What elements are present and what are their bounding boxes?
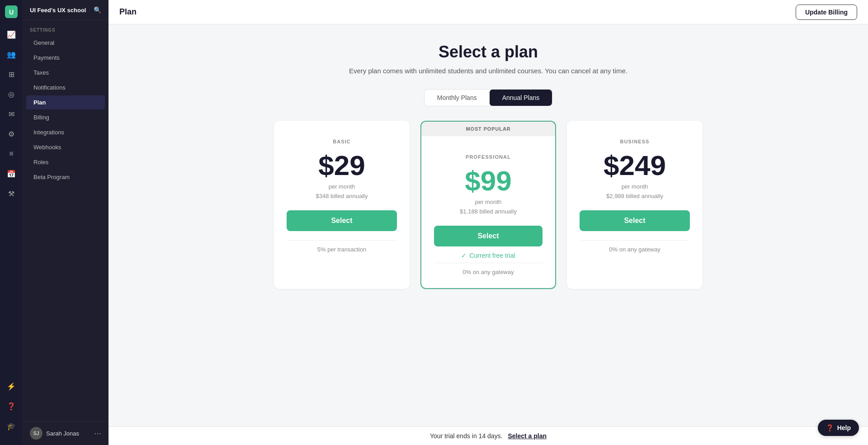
mail-icon[interactable]: ✉ [3,106,19,122]
professional-plan-card: PROFESSIONAL $99 per month $1,188 billed… [420,136,556,289]
bottom-trial-banner: Your trial ends in 14 days. Select a pla… [108,426,868,445]
icon-strip: U 📈 👥 ⊞ ◎ ✉ ⚙ ≡ 📅 ⚒ ⚡ ❓ 🎓 [0,0,23,445]
sidebar-item-label: Roles [33,159,48,166]
sidebar-item-billing[interactable]: Billing [26,110,105,124]
dashboard-icon[interactable]: ⊞ [3,66,19,82]
update-billing-button[interactable]: Update Billing [796,5,857,20]
users-icon[interactable]: 👥 [3,46,19,62]
current-trial-badge: ✓ Current free trial [434,252,542,259]
sidebar-item-roles[interactable]: Roles [26,155,105,169]
toggle-container: Monthly Plans Annual Plans [424,89,552,106]
annual-plans-tab[interactable]: Annual Plans [490,90,552,106]
business-select-button[interactable]: Select [580,210,690,231]
checkmark-icon: ✓ [461,252,467,259]
sidebar-item-label: Integrations [33,129,64,136]
sidebar-item-taxes[interactable]: Taxes [26,66,105,80]
plan-toggle: Monthly Plans Annual Plans [119,89,857,106]
sidebar-item-beta-program[interactable]: Beta Program [26,170,105,184]
calendar-icon[interactable]: 📅 [3,166,19,182]
trial-banner-text: Your trial ends in 14 days. [430,432,503,440]
sidebar-item-general[interactable]: General [26,36,105,50]
professional-fee: 0% on any gateway [434,263,542,275]
help-label: Help [837,424,851,431]
graduation-icon[interactable]: 🎓 [3,418,19,434]
sidebar-item-label: Billing [33,114,49,121]
sidebar-item-label: Beta Program [33,174,70,180]
plan-main-title: Select a plan [119,43,857,62]
question-icon[interactable]: ❓ [3,398,19,414]
sidebar-item-plan[interactable]: Plan [26,95,105,109]
sidebar-item-notifications[interactable]: Notifications [26,80,105,95]
app-logo: U [3,5,19,19]
professional-select-button[interactable]: Select [434,226,542,246]
more-icon[interactable]: ⋯ [94,429,101,438]
business-billed: $2,988 billed annually [580,193,690,199]
basic-per-month: per month [287,183,397,190]
settings-icon[interactable]: ⚙ [3,126,19,142]
analytics-icon[interactable]: 📈 [3,26,19,43]
plan-subtitle: Every plan comes with unlimited students… [119,67,857,75]
help-button[interactable]: ❓ Help [818,420,859,436]
sidebar-item-label: Payments [33,54,60,61]
user-name: Sarah Jonas [46,430,90,437]
basic-billed: $348 billed annually [287,193,397,199]
tools-icon[interactable]: ⚒ [3,185,19,202]
app-title: UI Feed's UX school [30,7,86,14]
search-icon[interactable]: 🔍 [94,6,101,14]
sidebar-footer: SJ Sarah Jonas ⋯ [23,421,108,445]
most-popular-badge: MOST POPULAR [420,121,556,136]
sidebar-item-label: General [33,39,54,46]
page-header: Plan Update Billing [108,0,868,24]
icon-strip-bottom: ⚡ ❓ 🎓 [3,378,19,440]
business-plan-name: BUSINESS [580,139,690,144]
sidebar-header: UI Feed's UX school 🔍 [23,0,108,20]
sidebar-item-webhooks[interactable]: Webhooks [26,140,105,154]
professional-per-month: per month [434,199,542,205]
sidebar-item-integrations[interactable]: Integrations [26,125,105,139]
pricing-cards: BASIC $29 per month $348 billed annually… [240,121,737,289]
page-title: Plan [119,7,137,17]
revenue-icon[interactable]: ◎ [3,86,19,102]
sidebar-item-payments[interactable]: Payments [26,51,105,65]
sidebar-item-label: Webhooks [33,144,61,151]
sidebar-item-label: Notifications [33,84,66,91]
plan-header: Select a plan Every plan comes with unli… [119,43,857,75]
basic-plan-name: BASIC [287,139,397,144]
sidebar-item-label: Plan [33,99,46,106]
current-trial-label: Current free trial [469,252,515,259]
reports-icon[interactable]: ≡ [3,146,19,162]
settings-section-label: SETTINGS [23,20,108,35]
professional-plan-name: PROFESSIONAL [434,154,542,160]
sidebar: UI Feed's UX school 🔍 SETTINGS General P… [23,0,108,445]
avatar: SJ [30,427,42,440]
professional-plan-price: $99 [434,167,542,195]
help-circle-icon: ❓ [826,424,834,431]
svg-text:U: U [9,9,14,16]
business-plan-card: BUSINESS $249 per month $2,988 billed an… [567,121,703,289]
business-per-month: per month [580,183,690,190]
basic-plan-card: BASIC $29 per month $348 billed annually… [274,121,410,289]
basic-select-button[interactable]: Select [287,210,397,231]
business-fee: 0% on any gateway [580,240,690,253]
professional-plan-wrapper: MOST POPULAR PROFESSIONAL $99 per month … [420,121,556,289]
business-plan-price: $249 [580,151,690,180]
basic-fee: 5% per transaction [287,240,397,253]
lightning-icon[interactable]: ⚡ [3,378,19,394]
monthly-plans-tab[interactable]: Monthly Plans [425,90,490,106]
page-body: Select a plan Every plan comes with unli… [108,24,868,445]
professional-billed: $1,188 billed annually [434,208,542,215]
main-content: Plan Update Billing Select a plan Every … [108,0,868,445]
select-plan-link[interactable]: Select a plan [508,432,547,440]
sidebar-item-label: Taxes [33,69,49,76]
basic-plan-price: $29 [287,151,397,180]
